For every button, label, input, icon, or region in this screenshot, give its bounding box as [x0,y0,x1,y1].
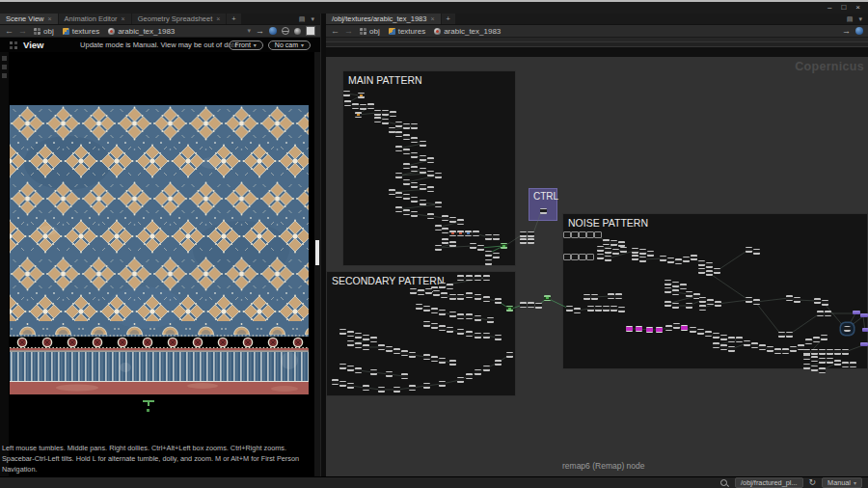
blue-sphere-icon[interactable] [855,27,863,35]
graph-node[interactable] [495,298,502,304]
graph-node[interactable] [860,313,868,317]
graph-node[interactable] [367,103,374,109]
graph-node[interactable] [605,248,611,254]
graph-node[interactable] [344,100,351,106]
graph-node[interactable] [540,208,547,214]
graph-node[interactable] [728,337,735,342]
graph-node[interactable] [639,249,646,255]
graph-node[interactable] [673,323,680,329]
graph-node[interactable] [811,349,818,355]
graph-node[interactable] [520,231,527,237]
graph-node[interactable] [665,287,671,293]
graph-node[interactable] [571,231,579,238]
graph-node[interactable] [423,383,430,389]
graph-node[interactable] [610,306,617,312]
graph-node[interactable] [477,245,484,251]
graph-node[interactable] [714,268,720,274]
graph-node[interactable] [819,358,826,364]
graph-node[interactable] [389,189,395,195]
forward-button[interactable]: → [344,27,353,36]
graph-node[interactable] [439,283,446,288]
graph-node[interactable] [439,325,446,331]
graph-node[interactable] [355,333,362,339]
graph-node[interactable] [790,346,797,352]
close-icon[interactable]: × [216,15,220,22]
scrollbar-thumb[interactable] [315,240,319,265]
graph-node[interactable] [435,245,442,251]
graph-node[interactable] [535,303,542,309]
new-tab-button[interactable]: + [227,14,240,24]
graph-node[interactable] [395,206,402,212]
graph-node[interactable] [656,327,663,333]
graph-node[interactable] [435,173,442,178]
transform-handle[interactable] [143,400,158,414]
graph-node[interactable] [360,104,366,110]
graph-node[interactable] [842,349,849,355]
graph-node[interactable] [595,306,602,312]
camera-front-button[interactable]: Front▾ [229,41,263,50]
tab-geometry-spreadsheet[interactable]: Geometry Spreadsheet × [132,14,227,24]
graph-node[interactable] [672,289,679,295]
graph-node[interactable] [410,288,417,294]
graph-node[interactable] [470,243,476,249]
update-mode-button[interactable]: Manual▾ [822,477,862,488]
graph-node[interactable] [597,246,604,252]
graph-node[interactable] [803,349,810,355]
graph-node[interactable] [495,360,502,366]
graph-node[interactable] [639,257,646,262]
graph-node[interactable] [423,321,430,327]
graph-node[interactable] [473,230,479,236]
graph-node[interactable] [612,249,619,255]
graph-node[interactable] [594,231,602,238]
graph-node[interactable] [672,303,679,309]
graph-node[interactable] [817,311,824,316]
graph-node[interactable] [411,123,418,129]
display-toggle-icon[interactable] [306,26,315,36]
graph-node[interactable] [332,379,339,385]
graph-node[interactable] [378,387,385,393]
graph-node[interactable] [632,248,638,254]
graph-node[interactable] [834,349,841,355]
graph-node[interactable] [431,323,438,329]
graph-node[interactable] [390,111,396,117]
collapsed-shelf[interactable] [326,42,868,47]
globe-icon[interactable] [282,27,289,35]
graph-node[interactable] [401,350,408,356]
graph-node[interactable] [603,306,610,312]
graph-node[interactable] [825,311,831,316]
graph-node[interactable] [753,249,760,255]
graph-node[interactable] [819,367,826,373]
graph-node[interactable] [860,342,868,346]
graph-node[interactable] [339,381,346,387]
graph-node[interactable] [715,301,721,307]
graph-node[interactable] [483,296,490,302]
graph-node[interactable] [821,335,827,340]
graph-node[interactable] [686,291,692,297]
graph-node[interactable] [393,387,400,393]
graph-node[interactable] [403,179,410,185]
graph-node[interactable] [495,335,502,340]
graph-node[interactable] [395,173,402,178]
graph-node[interactable] [447,284,453,289]
breadcrumb-obj[interactable]: obj [32,27,56,36]
graph-node[interactable] [411,137,418,143]
graph-node[interactable] [358,93,365,98]
graph-node[interactable] [347,366,354,371]
graph-node[interactable] [591,294,598,300]
graph-node[interactable] [431,308,438,313]
graph-node[interactable] [378,344,385,350]
camera-nocam-button[interactable]: No cam▾ [268,41,311,50]
graph-node[interactable] [457,275,464,281]
graph-node[interactable] [403,194,410,200]
graph-node[interactable] [449,230,456,236]
graph-node[interactable] [449,217,456,223]
graph-node[interactable] [850,362,856,367]
minimize-button[interactable]: – [827,4,831,12]
graph-node[interactable] [466,331,473,337]
graph-node[interactable] [834,360,841,366]
graph-node[interactable] [681,325,688,331]
graph-node[interactable] [636,326,642,332]
graph-node[interactable] [493,234,500,240]
graph-node[interactable] [587,306,594,312]
graph-node[interactable] [441,292,448,298]
